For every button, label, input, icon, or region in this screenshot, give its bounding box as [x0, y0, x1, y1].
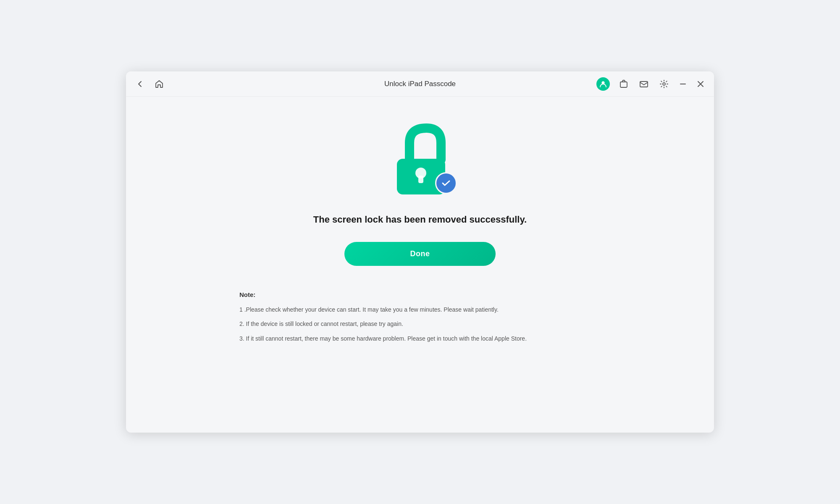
title-bar-left [134, 78, 165, 90]
note-title: Note: [239, 291, 601, 298]
home-button[interactable] [153, 78, 165, 90]
profile-icon[interactable] [596, 77, 610, 91]
cart-button[interactable] [617, 78, 630, 90]
title-bar: Unlock iPad Passcode [126, 71, 714, 97]
close-button[interactable] [696, 79, 706, 89]
svg-point-3 [663, 83, 665, 85]
app-window: Unlock iPad Passcode [126, 71, 714, 433]
svg-rect-2 [640, 81, 648, 87]
success-badge [435, 172, 457, 194]
back-button[interactable] [134, 78, 146, 90]
mail-button[interactable] [638, 78, 650, 90]
title-bar-right [596, 77, 706, 91]
note-item-2: 2. If the device is still locked or cann… [239, 319, 601, 328]
svg-rect-6 [418, 176, 423, 183]
success-message: The screen lock has been removed success… [313, 214, 527, 225]
done-button[interactable]: Done [344, 242, 496, 266]
settings-button[interactable] [658, 78, 670, 90]
page-title: Unlock iPad Passcode [384, 80, 456, 88]
note-item-1: 1 .Please check whether your device can … [239, 305, 601, 314]
main-content: The screen lock has been removed success… [126, 97, 714, 433]
notes-section: Note: 1 .Please check whether your devic… [231, 291, 609, 348]
note-item-3: 3. If it still cannot restart, there may… [239, 334, 601, 343]
lock-icon-container [386, 122, 454, 197]
svg-rect-1 [620, 82, 627, 87]
minimize-button[interactable] [678, 79, 688, 89]
